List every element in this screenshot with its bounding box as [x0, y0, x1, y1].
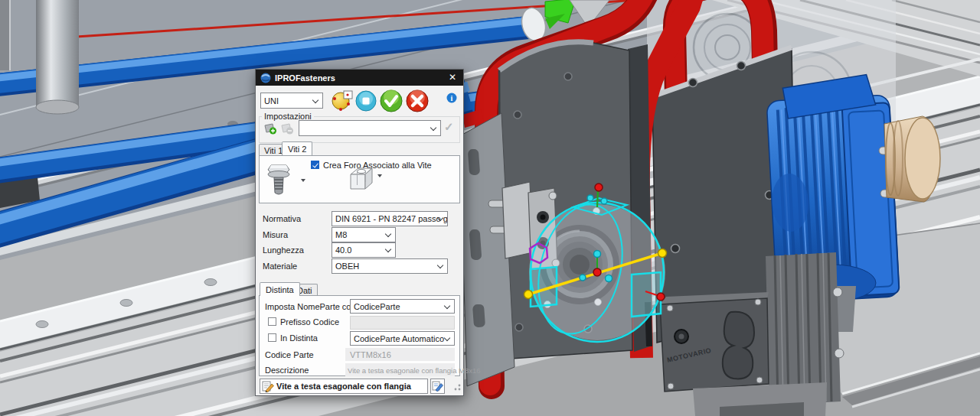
descrizione-value: Vite a testa esagonale con flangia M8x16	[348, 366, 481, 375]
preset-combo[interactable]	[299, 120, 441, 136]
chevron-down-icon	[444, 302, 450, 308]
misura-label: Misura	[263, 230, 288, 239]
standard-combo[interactable]: UNI	[260, 93, 323, 109]
yellow-handle[interactable]	[658, 249, 667, 258]
hole-cube-icon[interactable]	[347, 165, 374, 191]
insert-fastener-button[interactable]	[331, 89, 354, 111]
hole-type-dropdown-icon[interactable]	[377, 174, 382, 180]
page-pencil-icon	[432, 381, 443, 392]
prefisso-field	[350, 316, 455, 330]
edit-description-button[interactable]	[430, 379, 445, 394]
ok-button[interactable]	[380, 89, 403, 112]
info-icon[interactable]: i	[446, 93, 457, 103]
codice-parte-label: Codice Parte	[265, 350, 314, 359]
codice-parte-value: VTTM8x16	[350, 350, 391, 359]
cyan-handle[interactable]	[580, 275, 586, 281]
lunghezza-combo[interactable]: 40.0	[332, 242, 396, 258]
save-preset-icon[interactable]	[263, 122, 277, 135]
prefisso-label: Prefisso Codice	[280, 317, 339, 327]
indistinta-checkbox[interactable]	[268, 333, 276, 342]
cyan-handle[interactable]	[601, 198, 607, 204]
red-handle-right[interactable]	[657, 293, 665, 301]
tan-coupler	[884, 116, 940, 202]
indistinta-label: In Distinta	[280, 333, 318, 343]
distinta-panel: Imposta NomeParte con CodiceParte Prefis…	[259, 295, 460, 376]
yellow-handle[interactable]	[524, 291, 533, 299]
chevron-down-icon	[385, 246, 391, 252]
tab-distinta[interactable]: Distinta	[260, 282, 300, 296]
dialog-title: IPROFasteners	[275, 73, 335, 83]
footer-description-field[interactable]: Vite a testa esagonale con flangia	[260, 379, 428, 394]
normativa-combo[interactable]: DIN 6921 - PN 82247 passo grosso	[332, 211, 448, 226]
cyan-handle[interactable]	[594, 251, 601, 258]
prefisso-checkbox[interactable]	[268, 317, 276, 326]
delete-preset-icon[interactable]	[280, 122, 294, 135]
cyan-handle[interactable]	[587, 195, 593, 201]
screw-type-dropdown-icon[interactable]	[301, 179, 305, 184]
edit-description-icon	[262, 381, 274, 392]
create-hole-checkbox[interactable]	[311, 161, 319, 169]
iprofasteners-dialog: IPROFasteners ✕ UNI i Impostazioni	[255, 69, 464, 396]
app-icon	[260, 73, 271, 83]
chevron-down-icon	[312, 96, 318, 102]
materiale-combo[interactable]: OBEH	[332, 258, 448, 274]
close-button[interactable]: ✕	[446, 71, 459, 83]
cyan-handle[interactable]	[606, 275, 612, 282]
misura-combo[interactable]: M8	[332, 227, 396, 242]
chevron-down-icon	[385, 231, 391, 237]
motovario-gearbox	[660, 298, 769, 392]
svg-text:i: i	[451, 94, 453, 102]
resize-grip[interactable]	[452, 383, 462, 392]
preview-button[interactable]	[355, 90, 377, 112]
chevron-down-icon	[437, 262, 443, 268]
nomeparte-combo[interactable]: CodiceParte	[350, 299, 455, 314]
viti-panel: Crea Foro Associato alla Vite	[259, 155, 460, 203]
code-mode-combo[interactable]: CodiceParte Automatico	[350, 331, 455, 346]
red-handle-top[interactable]	[595, 184, 603, 191]
chevron-down-icon	[430, 124, 436, 130]
normativa-label: Normativa	[263, 214, 301, 223]
descrizione-label: Descrizione	[265, 366, 309, 375]
screw-icon[interactable]	[267, 162, 292, 197]
dialog-titlebar[interactable]: IPROFasteners ✕	[256, 70, 463, 86]
tab-viti-2[interactable]: Viti 2	[282, 141, 312, 155]
create-hole-label: Crea Foro Associato alla Vite	[323, 161, 432, 170]
cad-viewport[interactable]: MOTOVARIO	[0, 0, 980, 416]
apply-preset-icon[interactable]: ✓	[444, 120, 454, 134]
lunghezza-label: Lunghezza	[263, 245, 304, 255]
materiale-label: Materiale	[263, 262, 297, 271]
cancel-button[interactable]	[406, 89, 429, 112]
nomeparte-label: Imposta NomeParte con	[265, 302, 356, 311]
red-handle-center[interactable]	[593, 268, 601, 276]
